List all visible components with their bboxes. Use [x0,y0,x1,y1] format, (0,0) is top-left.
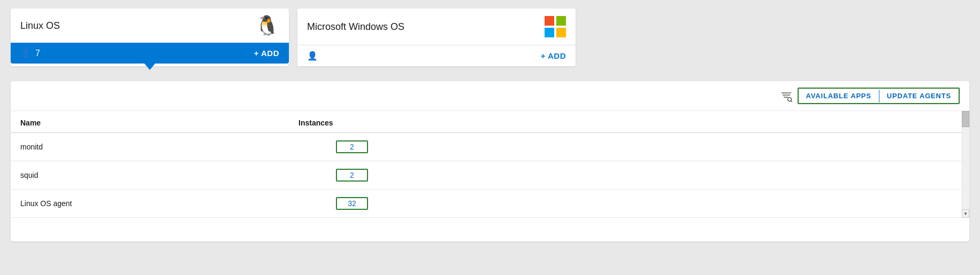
filter-search-icon [780,90,792,102]
win-sq-green [556,16,566,26]
table-toolbar: AVAILABLE APPS UPDATE AGENTS [11,81,969,111]
instance-count-monitd[interactable]: 2 [336,140,368,153]
windows-card-header: Microsoft Windows OS [297,9,576,45]
linux-card-title: Linux OS [20,20,60,32]
win-sq-red [545,16,554,26]
row-instances-linux-agent: 32 [298,197,405,210]
linux-add-button[interactable]: + ADD [254,49,279,58]
windows-card-footer: 👤 + ADD [297,45,576,66]
col-header-name: Name [20,119,298,127]
svg-line-4 [791,100,792,102]
windows-add-button[interactable]: + ADD [541,51,566,60]
user-icon: 👤 [20,48,31,58]
svg-point-3 [787,97,791,101]
table-row: squid 2 [11,161,969,190]
linux-card-footer: 👤 7 + ADD [11,43,289,64]
windows-os-card: Microsoft Windows OS 👤 + ADD [297,9,576,66]
linux-user-count: 👤 7 [20,48,40,58]
linux-os-card: Linux OS 🐧 👤 7 + ADD [11,9,289,66]
instance-count-squid[interactable]: 2 [336,169,368,182]
linux-card-header: Linux OS 🐧 [11,9,289,43]
windows-user-count: 👤 [307,51,318,61]
scroll-down-button[interactable]: ▼ [962,209,969,218]
user-icon-windows: 👤 [307,51,318,61]
scrollbar-thumb[interactable] [962,111,969,127]
filter-search-button[interactable] [780,90,792,102]
table-header-row: Name Instances [11,111,969,133]
linux-penguin-icon: 🐧 [255,16,279,35]
col-header-instances: Instances [298,119,405,127]
row-instances-squid: 2 [298,169,405,182]
instance-count-linux-agent[interactable]: 32 [336,197,368,210]
row-name-squid: squid [20,171,298,179]
table-section: AVAILABLE APPS UPDATE AGENTS Name Instan… [11,81,969,241]
row-name-monitd: monitd [20,143,298,151]
table-row: Linux OS agent 32 [11,190,969,218]
windows-card-title: Microsoft Windows OS [307,21,404,33]
windows-logo-icon [545,16,566,37]
row-instances-monitd: 2 [298,140,405,153]
available-apps-button[interactable]: AVAILABLE APPS [799,89,879,103]
action-buttons-group: AVAILABLE APPS UPDATE AGENTS [798,88,960,104]
toolbar-right: AVAILABLE APPS UPDATE AGENTS [780,88,960,104]
row-name-linux-agent: Linux OS agent [20,199,298,208]
win-sq-yellow [556,28,566,37]
update-agents-button[interactable]: UPDATE AGENTS [879,89,959,103]
table-row: monitd 2 [11,133,969,161]
scrollbar-track: ▲ ▼ [962,111,969,218]
top-section: Linux OS 🐧 👤 7 + ADD Microsoft Windows O… [0,0,980,66]
table-scroll-area: Name Instances monitd 2 squid 2 Linux OS… [11,111,969,218]
win-sq-blue [545,28,554,37]
